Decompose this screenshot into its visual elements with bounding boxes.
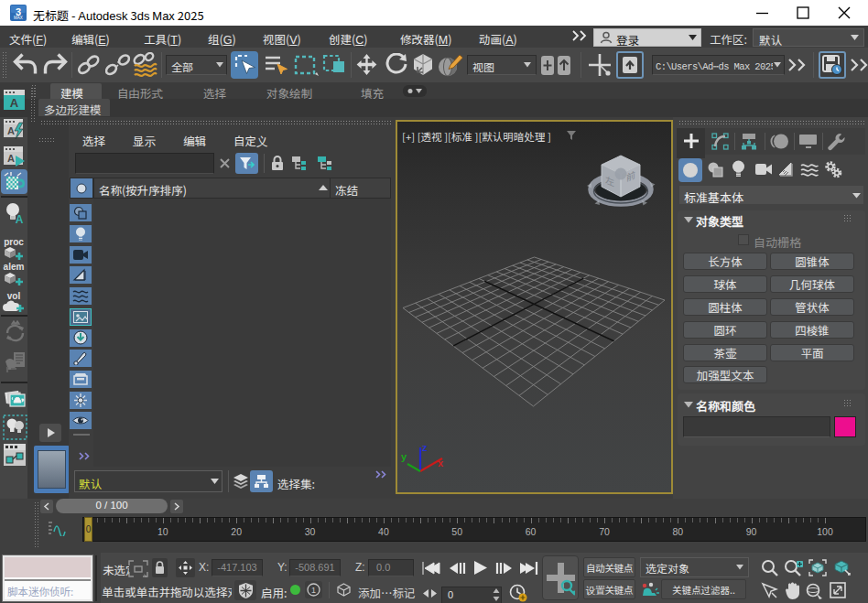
svg-text:A: A [16, 213, 24, 224]
svg-text:1: 1 [311, 586, 316, 595]
svg-text:x: x [438, 458, 444, 468]
svg-text:A: A [10, 96, 19, 110]
svg-text:MAX: MAX [14, 16, 23, 20]
svg-text:A: A [7, 153, 15, 164]
svg-text:A: A [7, 125, 15, 136]
svg-text:z: z [422, 442, 428, 453]
svg-text:y: y [401, 451, 407, 462]
